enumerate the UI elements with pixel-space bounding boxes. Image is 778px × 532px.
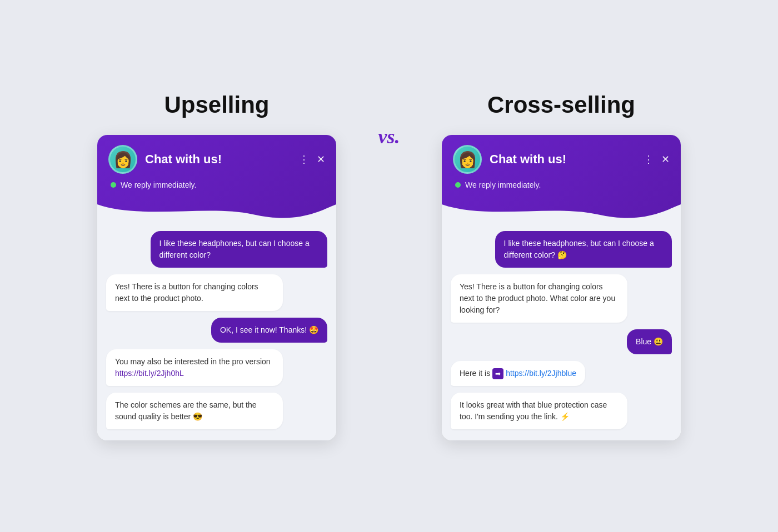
crossselling-msg-4-prefix: Here it is: [460, 369, 492, 378]
crossselling-close-icon[interactable]: ✕: [661, 153, 670, 165]
upselling-header-actions: ⋮ ✕: [299, 153, 325, 165]
upselling-section: Upselling 👩 Chat with us! ⋮ ✕ We reply i…: [78, 92, 356, 440]
upselling-header-sub: We reply immediately.: [108, 180, 325, 189]
upselling-wave: [97, 204, 336, 220]
crossselling-wave: [442, 204, 681, 220]
crossselling-msg-2: Yes! There is a button for changing colo…: [451, 274, 627, 323]
upselling-msg-2: Yes! There is a button for changing colo…: [106, 274, 283, 311]
crossselling-menu-icon[interactable]: ⋮: [644, 153, 654, 165]
upselling-msg-3: OK, I see it now! Thanks! 🤩: [211, 318, 327, 343]
upselling-online-dot: [111, 182, 116, 188]
crossselling-chat-body: I like these headphones, but can I choos…: [442, 220, 681, 440]
crossselling-msg-1: I like these headphones, but can I choos…: [495, 231, 672, 268]
upselling-title: Upselling: [164, 92, 269, 118]
upselling-msg-2-text: Yes! There is a button for changing colo…: [115, 282, 258, 303]
upselling-menu-icon[interactable]: ⋮: [299, 153, 309, 165]
crossselling-msg-5: It looks great with that blue protection…: [451, 393, 627, 429]
crossselling-section: Cross-selling 👩 Chat with us! ⋮ ✕ We rep…: [422, 92, 700, 440]
crossselling-msg-4: Here it is ➡https://bit.ly/2Jjhblue: [451, 361, 585, 386]
main-container: Upselling 👩 Chat with us! ⋮ ✕ We reply i…: [28, 92, 750, 440]
crossselling-avatar: 👩: [453, 145, 482, 174]
upselling-chat-widget: 👩 Chat with us! ⋮ ✕ We reply immediately…: [97, 135, 336, 440]
upselling-avatar: 👩: [108, 145, 137, 174]
crossselling-msg-5-text: It looks great with that blue protection…: [460, 400, 607, 421]
upselling-chat-header: 👩 Chat with us! ⋮ ✕ We reply immediately…: [97, 135, 336, 220]
crossselling-msg-3: Blue 😃: [627, 329, 672, 354]
upselling-msg-3-text: OK, I see it now! Thanks! 🤩: [220, 325, 318, 334]
crossselling-header-sub: We reply immediately.: [453, 180, 670, 189]
upselling-msg-4: You may also be interested in the pro ve…: [106, 349, 283, 386]
crossselling-header-top: 👩 Chat with us! ⋮ ✕: [453, 145, 670, 174]
upselling-header-subtitle: We reply immediately.: [121, 180, 196, 189]
upselling-msg-1-text: I like these headphones, but can I choos…: [159, 239, 310, 259]
crossselling-msg-4-link[interactable]: https://bit.ly/2Jjhblue: [506, 369, 576, 378]
upselling-msg-5-text: The color schemes are the same, but the …: [115, 400, 256, 421]
upselling-msg-5: The color schemes are the same, but the …: [106, 393, 283, 429]
upselling-header-top: 👩 Chat with us! ⋮ ✕: [108, 145, 325, 174]
crossselling-chat-widget: 👩 Chat with us! ⋮ ✕ We reply immediately…: [442, 135, 681, 440]
upselling-msg-1: I like these headphones, but can I choos…: [151, 231, 327, 268]
upselling-header-title: Chat with us!: [145, 152, 291, 167]
crossselling-msg-3-text: Blue 😃: [636, 337, 663, 346]
crossselling-msg-2-text: Yes! There is a button for changing colo…: [460, 282, 615, 314]
crossselling-chat-header: 👩 Chat with us! ⋮ ✕ We reply immediately…: [442, 135, 681, 220]
vs-section: vs.: [356, 92, 422, 148]
crossselling-header-title: Chat with us!: [490, 152, 636, 167]
upselling-msg-4-link[interactable]: https://bit.ly/2Jjh0hL: [115, 369, 184, 378]
upselling-msg-4-prefix: You may also be interested in the pro ve…: [115, 357, 271, 366]
crossselling-header-subtitle: We reply immediately.: [465, 180, 541, 189]
crossselling-online-dot: [455, 182, 461, 188]
vs-text: vs.: [378, 125, 400, 148]
upselling-chat-body: I like these headphones, but can I choos…: [97, 220, 336, 440]
crossselling-msg-1-text: I like these headphones, but can I choos…: [504, 239, 654, 259]
crossselling-header-actions: ⋮ ✕: [644, 153, 670, 165]
crossselling-arrow-icon: ➡: [492, 368, 503, 379]
upselling-close-icon[interactable]: ✕: [317, 153, 325, 165]
crossselling-title: Cross-selling: [487, 92, 635, 118]
